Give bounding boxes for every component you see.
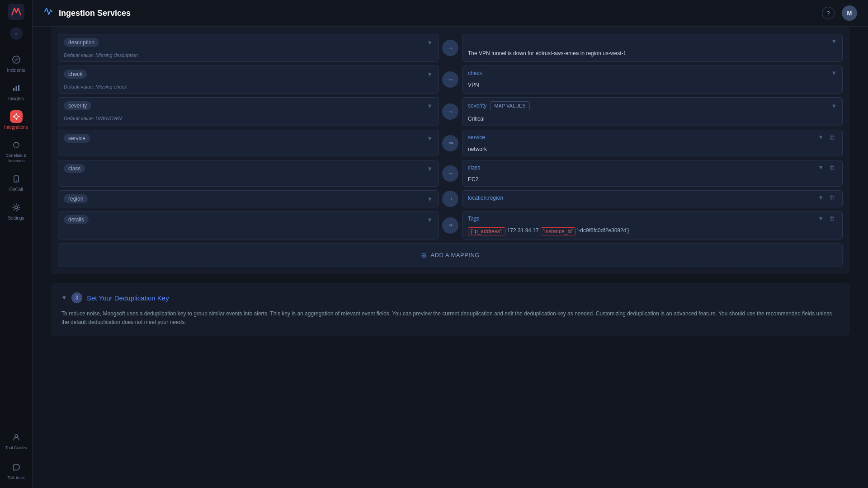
page-title: Ingestion Services — [59, 9, 131, 18]
sidebar-item-label: Incidents — [7, 68, 25, 73]
target-dropdown-check[interactable]: ▼ — [831, 70, 837, 76]
source-field-description: description ▼ Default value: Missing des… — [58, 34, 439, 62]
connector-arrow-class: → — [442, 165, 458, 182]
sidebar-item-insights[interactable]: Insights — [0, 77, 32, 106]
add-mapping-button[interactable]: ⊕ ADD A MAPPING — [58, 243, 843, 267]
target-value-service: network — [462, 144, 842, 156]
source-field-service: service ▼ — [58, 130, 439, 156]
sidebar-item-integrations[interactable]: Integrations — [0, 106, 32, 134]
sidebar-item-label: OnCall — [9, 187, 23, 192]
help-button[interactable]: ? — [822, 7, 835, 19]
map-values-button[interactable]: MAP VALUES — [490, 101, 529, 110]
sidebar: › Incidents Insights Integrations Correl… — [0, 0, 33, 488]
target-tags-value: {'ip_address': 172.31.94.17 'instance_id… — [462, 225, 842, 239]
target-dropdown-region[interactable]: ▼ — [818, 194, 824, 201]
target-dropdown-service[interactable]: ▼ — [818, 134, 824, 141]
source-dropdown-details[interactable]: ▼ — [427, 216, 433, 223]
tag-key-instance-id: 'instance_id' — [541, 227, 576, 235]
page-header: Ingestion Services ? M — [33, 0, 868, 27]
table-row: region ▼ → location.region ▼ 🗑 — [58, 190, 843, 207]
default-value-description: Default value: Missing description — [58, 51, 438, 61]
source-field-details: details ▼ — [58, 211, 439, 239]
svg-rect-2 — [13, 88, 14, 91]
target-dropdown-class[interactable]: ▼ — [818, 164, 824, 171]
header-actions: ? M — [822, 5, 857, 21]
sidebar-item-trial-guides[interactable]: Trial Guides — [0, 427, 32, 455]
target-dropdown-details[interactable]: ▼ — [818, 215, 824, 222]
app-logo[interactable] — [8, 4, 24, 20]
oncall-icon — [10, 173, 23, 185]
dedup-chevron-icon: ▼ — [61, 295, 67, 301]
connector-arrow-region: → — [442, 191, 458, 207]
add-mapping-label: ADD A MAPPING — [431, 252, 480, 258]
target-field-class: class ▼ 🗑 EC2 — [462, 160, 843, 187]
sidebar-item-label: Integrations — [4, 125, 28, 130]
content-area: description ▼ Default value: Missing des… — [33, 27, 868, 488]
target-dropdown-severity[interactable]: ▼ — [831, 103, 837, 109]
delete-region-button[interactable]: 🗑 — [827, 194, 837, 201]
source-dropdown-region[interactable]: ▼ — [427, 196, 433, 202]
dedup-section: ▼ 3 Set Your Deduplication Key To reduce… — [51, 283, 850, 336]
svg-rect-4 — [18, 85, 19, 91]
source-dropdown-severity[interactable]: ▼ — [427, 103, 433, 109]
mapping-container: description ▼ Default value: Missing des… — [51, 27, 850, 274]
target-field-severity: severity MAP VALUES ▼ Critical — [462, 97, 843, 126]
field-tag-check: check — [64, 70, 87, 79]
target-value-check: VPN — [462, 80, 842, 92]
target-field-description: ▼ The VPN tunnel is down for ebtrust-aws… — [462, 34, 843, 62]
sidebar-item-label: Insights — [8, 96, 24, 101]
sidebar-item-label: Correlate & Automate — [6, 153, 27, 164]
field-tag-details: details — [64, 215, 89, 224]
source-dropdown-check[interactable]: ▼ — [427, 71, 433, 78]
sidebar-item-oncall[interactable]: OnCall — [0, 168, 32, 197]
connector-arrow-severity: → — [442, 103, 458, 120]
target-field-region: location.region ▼ 🗑 — [462, 190, 843, 207]
source-field-check: check ▼ Default value: Missing check — [58, 66, 439, 94]
integrations-icon — [10, 110, 23, 123]
source-dropdown-service[interactable]: ▼ — [427, 135, 433, 142]
dedup-header[interactable]: ▼ 3 Set Your Deduplication Key — [61, 292, 839, 303]
sidebar-item-correlate[interactable]: Correlate & Automate — [0, 134, 32, 168]
insights-icon — [10, 82, 23, 94]
delete-service-button[interactable]: 🗑 — [827, 134, 837, 141]
source-field-region: region ▼ — [58, 190, 439, 207]
default-value-severity: Default value: UNKNOWN — [58, 114, 438, 125]
header-icon — [43, 6, 54, 20]
sidebar-item-incidents[interactable]: Incidents — [0, 49, 32, 77]
target-value-severity: Critical — [462, 114, 842, 126]
correlate-icon — [10, 139, 23, 151]
sidebar-bottom: Trial Guides Talk to us — [0, 427, 32, 484]
target-value-description: The VPN tunnel is down for ebtrust-aws-e… — [462, 48, 842, 60]
target-field-check: check ▼ VPN — [462, 66, 843, 94]
connector-arrow-details: ⇒ — [442, 217, 458, 234]
delete-details-button[interactable]: 🗑 — [827, 215, 837, 222]
svg-rect-3 — [15, 86, 17, 91]
tag-key-ip-address: {'ip_address': — [468, 227, 505, 235]
settings-icon — [10, 201, 23, 214]
incidents-icon — [10, 53, 23, 66]
sidebar-item-settings[interactable]: Settings — [0, 197, 32, 225]
source-field-severity: severity ▼ Default value: UNKNOWN — [58, 97, 439, 126]
source-dropdown-class[interactable]: ▼ — [427, 165, 433, 172]
delete-class-button[interactable]: 🗑 — [827, 164, 837, 171]
source-dropdown-description[interactable]: ▼ — [427, 39, 433, 46]
step-badge: 3 — [71, 292, 82, 303]
table-row: service ▼ ⇒ service ▼ 🗑 network — [58, 130, 843, 156]
sidebar-item-label: Settings — [8, 216, 24, 221]
dedup-description: To reduce noise, Moogsoft uses a dedupli… — [61, 310, 839, 327]
connector-arrow-service: ⇒ — [442, 135, 458, 151]
svg-point-8 — [15, 206, 18, 209]
field-tag-region: region — [64, 194, 88, 203]
user-avatar[interactable]: M — [842, 5, 857, 21]
target-value-class: EC2 — [462, 174, 842, 186]
table-row: description ▼ Default value: Missing des… — [58, 34, 843, 62]
target-name-service: service — [468, 134, 485, 141]
sidebar-item-talk-to-us[interactable]: Talk to us — [0, 456, 32, 484]
main-content: Ingestion Services ? M description ▼ Def… — [33, 0, 868, 488]
table-row: severity ▼ Default value: UNKNOWN → seve… — [58, 97, 843, 126]
target-dropdown-description[interactable]: ▼ — [831, 38, 837, 45]
field-tag-service: service — [64, 134, 90, 143]
sidebar-expand-button[interactable]: › — [10, 27, 23, 40]
connector-arrow-check: → — [442, 71, 458, 88]
target-name-severity: severity — [468, 103, 486, 109]
